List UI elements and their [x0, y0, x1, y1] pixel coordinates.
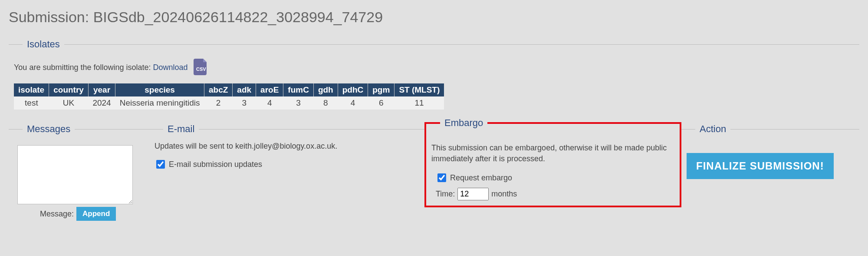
embargo-time-input[interactable]: [457, 188, 489, 200]
isolates-table: isolate country year species abcZ adk ar…: [14, 83, 444, 110]
embargo-time-label: Time:: [436, 190, 455, 199]
embargo-fieldset: Embargo This submission can be embargoed…: [424, 117, 681, 207]
embargo-time-unit: months: [491, 190, 517, 199]
isolates-fieldset: Isolates You are submitting the followin…: [9, 39, 859, 115]
email-fieldset: E-mail Updates will be sent to keith.jol…: [149, 123, 424, 175]
request-embargo-checkbox[interactable]: [437, 173, 446, 182]
embargo-checkbox-label: Request embargo: [450, 173, 512, 183]
table-row: test UK 2024 Neisseria meningitidis 2 3 …: [14, 96, 444, 110]
email-checkbox-label: E-mail submission updates: [169, 160, 262, 169]
download-link[interactable]: Download: [153, 63, 188, 72]
messages-legend: Messages: [23, 123, 75, 135]
th-isolate: isolate: [14, 83, 49, 96]
messages-fieldset: Messages Message: Append: [9, 123, 149, 226]
th-adk: adk: [233, 83, 256, 96]
action-legend: Action: [695, 123, 730, 135]
action-fieldset: Action FINALIZE SUBMISSION!: [681, 123, 859, 184]
csv-icon[interactable]: CSV: [194, 59, 208, 77]
th-aroe: aroE: [256, 83, 283, 96]
th-pgm: pgm: [368, 83, 395, 96]
embargo-info: This submission can be embargoed, otherw…: [431, 143, 674, 164]
isolates-intro: You are submitting the following isolate…: [14, 63, 153, 72]
th-abcz: abcZ: [204, 83, 232, 96]
th-pdhc: pdhC: [338, 83, 368, 96]
th-year: year: [88, 83, 115, 96]
th-fumc: fumC: [283, 83, 314, 96]
table-header-row: isolate country year species abcZ adk ar…: [14, 83, 444, 96]
svg-text:CSV: CSV: [196, 66, 206, 72]
th-species: species: [115, 83, 204, 96]
page-title: Submission: BIGSdb_20240626114822_302899…: [9, 9, 859, 26]
th-country: country: [49, 83, 89, 96]
finalize-button[interactable]: FINALIZE SUBMISSION!: [687, 153, 834, 179]
th-gdh: gdh: [313, 83, 338, 96]
message-textarea[interactable]: [17, 145, 133, 204]
message-label: Message:: [40, 209, 74, 219]
embargo-legend: Embargo: [440, 117, 487, 129]
append-button[interactable]: Append: [76, 207, 116, 221]
email-info: Updates will be sent to keith.jolley@bio…: [155, 142, 419, 151]
th-st: ST (MLST): [395, 83, 444, 96]
email-legend: E-mail: [163, 123, 199, 135]
email-updates-checkbox[interactable]: [156, 160, 165, 169]
isolates-legend: Isolates: [23, 39, 64, 50]
